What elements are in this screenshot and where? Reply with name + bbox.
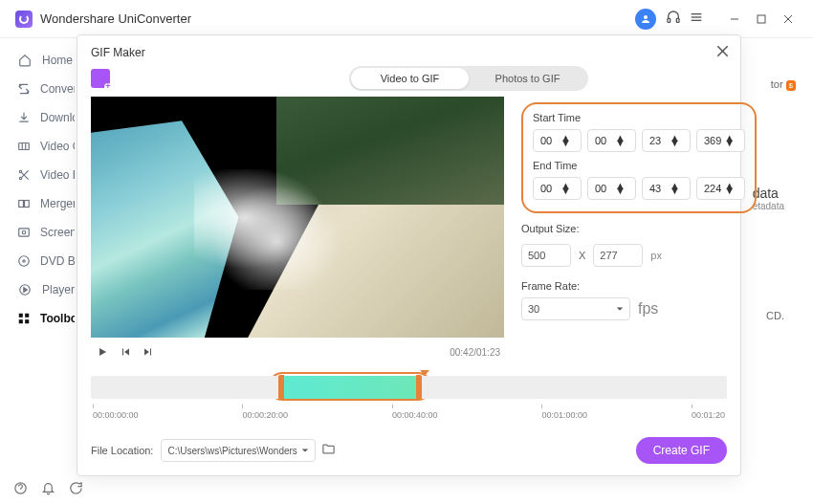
start-ms-input[interactable]: 369▲▼ — [696, 129, 745, 152]
download-icon — [17, 111, 31, 124]
video-preview[interactable] — [91, 97, 504, 338]
svg-rect-22 — [19, 319, 23, 323]
dialog-close-button[interactable] — [716, 45, 729, 60]
dialog-footer: File Location: C:\Users\ws\Pictures\Wond… — [77, 427, 740, 475]
sidebar-item-label: Converter — [40, 82, 75, 96]
hamburger-menu-button[interactable] — [689, 10, 704, 29]
svg-rect-21 — [25, 314, 29, 318]
maximize-button[interactable] — [748, 9, 775, 30]
sidebar-item-converter[interactable]: Converter — [0, 75, 75, 103]
sidebar-item-label: Player — [42, 283, 75, 296]
file-location-select[interactable]: C:\Users\ws\Pictures\Wonders — [161, 439, 316, 462]
framerate-select[interactable]: 30 — [521, 297, 630, 320]
sidebar-item-label: Home — [42, 54, 73, 67]
sidebar-item-dvd[interactable]: DVD Burner — [0, 247, 75, 275]
prev-frame-button[interactable] — [118, 346, 133, 358]
svg-point-0 — [644, 15, 648, 19]
svg-point-17 — [19, 256, 30, 267]
gif-maker-dialog: GIF Maker Video to GIF Photos to GIF — [77, 34, 741, 476]
start-hours-input[interactable]: 00▲▼ — [533, 129, 582, 152]
svg-rect-1 — [668, 18, 670, 22]
sidebar-item-compressor[interactable]: Video Compressor — [0, 132, 75, 161]
svg-rect-10 — [19, 143, 30, 150]
fps-label: fps — [638, 300, 658, 318]
bg-fragment: data etadata — [753, 186, 784, 211]
sidebar: Home Converter Downloader Video Compress… — [0, 38, 75, 475]
time-display: 00:42/01:23 — [450, 347, 500, 358]
start-seconds-input[interactable]: 23▲▼ — [642, 129, 691, 152]
svg-rect-15 — [19, 229, 30, 236]
sidebar-item-label: Screen Recorder — [40, 226, 75, 239]
x-label: X — [579, 250, 585, 261]
status-bar — [0, 475, 813, 504]
output-width-input[interactable] — [521, 244, 571, 267]
app-logo-icon — [15, 11, 33, 28]
sidebar-item-home[interactable]: Home — [0, 46, 75, 75]
sidebar-item-toolbox[interactable]: Toolbox — [0, 304, 75, 333]
dialog-title: GIF Maker — [91, 46, 145, 59]
timeline-track[interactable] — [91, 376, 727, 399]
end-ms-input[interactable]: 224▲▼ — [696, 177, 745, 200]
video-controls: 00:42/01:23 — [91, 338, 504, 366]
timeline: 00:00:00:00 00:00:20:00 00:00:40:00 00:0… — [77, 370, 740, 420]
output-size-label: Output Size: — [521, 223, 757, 234]
end-seconds-input[interactable]: 43▲▼ — [642, 177, 691, 200]
sidebar-item-label: Downloader — [40, 111, 75, 124]
time-ruler: 00:00:00:00 00:00:20:00 00:00:40:00 00:0… — [91, 405, 727, 420]
svg-point-18 — [23, 260, 25, 262]
mode-tabs: Video to GIF Photos to GIF — [349, 66, 588, 91]
end-minutes-input[interactable]: 00▲▼ — [587, 177, 636, 200]
selection-handle-left[interactable] — [278, 375, 284, 400]
selection-handle-right[interactable] — [416, 375, 422, 400]
notification-button[interactable] — [41, 481, 55, 499]
sidebar-item-merger[interactable]: Merger — [0, 189, 75, 218]
playhead-icon[interactable] — [420, 370, 429, 376]
create-gif-button[interactable]: Create GIF — [636, 437, 727, 464]
tab-photos-to-gif[interactable]: Photos to GIF — [469, 68, 586, 89]
open-folder-button[interactable] — [321, 442, 336, 460]
end-hours-input[interactable]: 00▲▼ — [533, 177, 582, 200]
sidebar-item-label: Toolbox — [40, 312, 75, 325]
account-button[interactable] — [635, 9, 656, 30]
minimize-button[interactable] — [721, 9, 748, 30]
app-title: Wondershare UniConverter — [40, 11, 191, 26]
tab-video-to-gif[interactable]: Video to GIF — [351, 68, 469, 89]
chevron-down-icon — [301, 447, 309, 454]
svg-rect-20 — [19, 314, 23, 318]
title-bar: Wondershare UniConverter — [0, 0, 813, 38]
svg-rect-23 — [25, 319, 29, 323]
help-button[interactable] — [13, 481, 28, 499]
svg-point-11 — [19, 170, 21, 172]
converter-icon — [17, 82, 31, 96]
svg-rect-2 — [676, 18, 679, 22]
start-minutes-input[interactable]: 00▲▼ — [587, 129, 636, 152]
close-button[interactable] — [775, 9, 802, 30]
feedback-button[interactable] — [69, 481, 83, 499]
sidebar-item-editor[interactable]: Video Editor — [0, 161, 75, 189]
compress-icon — [17, 140, 31, 153]
chevron-down-icon — [616, 305, 624, 313]
sidebar-item-player[interactable]: Player — [0, 275, 75, 304]
bg-fragment: tor$ — [771, 78, 796, 91]
support-button[interactable] — [666, 10, 681, 29]
toolbox-icon — [17, 312, 31, 325]
svg-point-16 — [22, 230, 26, 234]
file-location-label: File Location: — [91, 445, 153, 456]
framerate-label: Frame Rate: — [521, 280, 757, 292]
gif-logo-icon — [91, 69, 110, 88]
sidebar-item-recorder[interactable]: Screen Recorder — [0, 218, 75, 247]
start-time-label: Start Time — [533, 112, 745, 123]
time-range-box: Start Time 00▲▼ 00▲▼ 23▲▼ 369▲▼ End Time… — [521, 102, 757, 213]
play-button[interactable] — [95, 345, 110, 359]
recorder-icon — [17, 226, 31, 239]
sidebar-item-downloader[interactable]: Downloader — [0, 103, 75, 132]
output-height-input[interactable] — [593, 244, 643, 267]
svg-rect-13 — [19, 201, 24, 208]
next-frame-button[interactable] — [141, 346, 156, 358]
play-icon — [17, 283, 33, 296]
app-window: Wondershare UniConverter Home Converter — [0, 0, 813, 504]
svg-rect-7 — [758, 15, 765, 23]
selection-range[interactable] — [278, 376, 422, 399]
disc-icon — [17, 254, 31, 268]
px-label: px — [650, 250, 662, 261]
